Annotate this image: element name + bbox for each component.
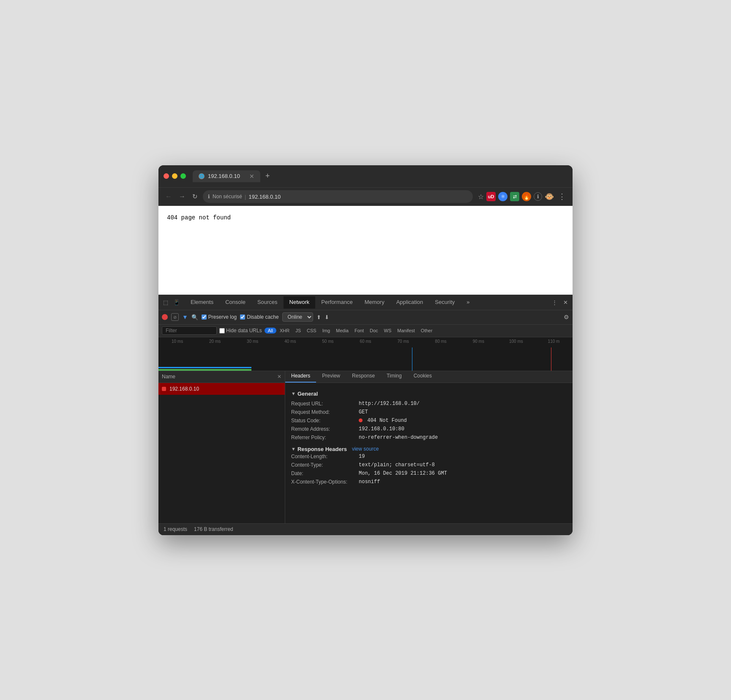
filter-type-doc[interactable]: Doc	[367, 328, 381, 334]
remote-address-value: 192.168.0.10:80	[359, 426, 404, 432]
view-source-link[interactable]: view source	[352, 446, 379, 452]
detail-tab-timing[interactable]: Timing	[381, 371, 408, 383]
request-method-row: Request Method: GET	[291, 408, 567, 416]
close-panel-button[interactable]: ✕	[277, 374, 281, 380]
table-row[interactable]: 192.168.0.10	[158, 383, 285, 395]
bookmark-icon[interactable]: ☆	[478, 193, 484, 201]
extension-info[interactable]: ℹ	[534, 192, 542, 201]
stop-button[interactable]: ⊘	[171, 313, 179, 321]
requests-list: Name ✕ 192.168.0.10	[158, 371, 285, 523]
minimize-button[interactable]	[172, 173, 177, 179]
forward-button[interactable]: →	[177, 191, 187, 202]
referrer-policy-key: Referrer Policy:	[291, 435, 359, 440]
search-icon[interactable]: 🔍	[191, 314, 198, 320]
network-toolbar: ⊘ ▼ 🔍 Preserve log Disable cache Online …	[158, 310, 573, 325]
tab-title: 192.168.0.10	[208, 173, 240, 179]
detail-tab-response[interactable]: Response	[346, 371, 381, 383]
x-content-type-value: nosniff	[359, 479, 380, 485]
devtools-more-icon[interactable]: ⋮	[550, 298, 559, 307]
preserve-log-label[interactable]: Preserve log	[202, 314, 237, 320]
network-settings-icon[interactable]: ⚙	[564, 314, 569, 320]
tab-more[interactable]: »	[461, 296, 475, 309]
timeline-blue-bar	[158, 367, 251, 368]
date-value: Mon, 16 Dec 2019 21:12:36 GMT	[359, 470, 447, 476]
date-key: Date:	[291, 470, 359, 476]
close-button[interactable]	[164, 173, 169, 179]
tab-close-button[interactable]: ✕	[249, 173, 254, 180]
filter-type-img[interactable]: Img	[320, 328, 333, 334]
filter-type-other[interactable]: Other	[418, 328, 435, 334]
remote-address-key: Remote Address:	[291, 426, 359, 432]
detail-tab-cookies[interactable]: Cookies	[408, 371, 438, 383]
browser-more-button[interactable]: ⋮	[556, 192, 567, 201]
devtools-panel: ⬚ 📱 Elements Console Sources Network Per…	[158, 295, 573, 535]
page-404-text: 404 page not found	[167, 214, 231, 221]
detail-tab-preview[interactable]: Preview	[316, 371, 346, 383]
device-toolbar-icon[interactable]: 📱	[172, 298, 181, 307]
record-button[interactable]	[162, 314, 168, 320]
tab-application[interactable]: Application	[390, 296, 429, 309]
timeline-blue-line	[412, 347, 412, 371]
filter-icon[interactable]: ▼	[182, 314, 188, 320]
tab-memory[interactable]: Memory	[359, 296, 390, 309]
filter-type-js[interactable]: JS	[293, 328, 303, 334]
tab-sources[interactable]: Sources	[251, 296, 284, 309]
filter-type-css[interactable]: CSS	[304, 328, 319, 334]
requests-header: Name ✕	[158, 371, 285, 383]
extension-monkey[interactable]: 🐵	[545, 192, 554, 201]
filter-type-font[interactable]: Font	[352, 328, 366, 334]
tl-110: 110 m	[535, 339, 573, 344]
tl-20: 20 ms	[196, 339, 234, 344]
devtools-close-icon[interactable]: ✕	[561, 298, 570, 307]
tab-console[interactable]: Console	[219, 296, 251, 309]
tab-security[interactable]: Security	[429, 296, 461, 309]
response-headers-section-header[interactable]: ▼ Response Headers	[291, 446, 347, 452]
general-section-header[interactable]: ▼ General	[291, 391, 567, 397]
download-icon[interactable]: ⬇	[325, 314, 329, 320]
traffic-lights	[164, 173, 186, 179]
filter-type-xhr[interactable]: XHR	[277, 328, 292, 334]
hide-data-urls-checkbox[interactable]	[219, 328, 225, 334]
throttle-select[interactable]: Online	[282, 312, 313, 322]
fullscreen-button[interactable]	[180, 173, 186, 179]
request-url-row: Request URL: http://192.168.0.10/	[291, 399, 567, 408]
timeline-graph	[158, 347, 573, 371]
reload-button[interactable]: ↻	[191, 191, 199, 202]
tl-10: 10 ms	[158, 339, 196, 344]
extension-ublock[interactable]: uD	[486, 192, 496, 201]
filter-type-bar: All XHR JS CSS Img Media Font Doc WS Man…	[265, 328, 435, 334]
devtools-tab-bar: ⬚ 📱 Elements Console Sources Network Per…	[158, 295, 573, 310]
tl-80: 80 ms	[422, 339, 460, 344]
filter-type-media[interactable]: Media	[333, 328, 351, 334]
active-tab[interactable]: 🌐 192.168.0.10 ✕	[193, 170, 260, 182]
disable-cache-checkbox[interactable]	[240, 314, 245, 320]
detail-tab-headers[interactable]: Headers	[285, 371, 316, 383]
request-url-key: Request URL:	[291, 401, 359, 407]
url-bar[interactable]: ℹ Non sécurisé | 192.168.0.10	[203, 190, 473, 203]
request-url-value: http://192.168.0.10/	[359, 401, 420, 407]
hide-data-urls-label[interactable]: Hide data URLs	[219, 328, 262, 334]
main-panel: Name ✕ 192.168.0.10 Headers Preview	[158, 371, 573, 523]
url-address: 192.168.0.10	[248, 194, 281, 200]
requests-count: 1 requests	[164, 526, 187, 532]
extension-react[interactable]: ⚛	[498, 192, 507, 201]
title-bar: 🌐 192.168.0.10 ✕ +	[158, 165, 573, 187]
preserve-log-checkbox[interactable]	[202, 314, 207, 320]
upload-icon[interactable]: ⬆	[316, 314, 321, 320]
back-button[interactable]: ←	[164, 191, 174, 202]
tab-network[interactable]: Network	[284, 296, 316, 309]
tab-elements[interactable]: Elements	[185, 296, 219, 309]
disable-cache-label[interactable]: Disable cache	[240, 314, 278, 320]
extension-redux[interactable]: ⇄	[510, 192, 519, 201]
filter-type-all[interactable]: All	[265, 328, 276, 334]
extension-fireshot[interactable]: 🔥	[522, 192, 531, 201]
filter-input[interactable]	[162, 326, 217, 335]
filter-type-ws[interactable]: WS	[382, 328, 394, 334]
tab-bar: 🌐 192.168.0.10 ✕ +	[193, 170, 567, 182]
filter-type-manifest[interactable]: Manifest	[395, 328, 417, 334]
timeline-red-line	[551, 347, 551, 371]
timeline-bar: 10 ms 20 ms 30 ms 40 ms 50 ms 60 ms 70 m…	[158, 337, 573, 371]
tab-performance[interactable]: Performance	[315, 296, 358, 309]
new-tab-button[interactable]: +	[262, 170, 273, 182]
inspect-element-icon[interactable]: ⬚	[161, 298, 170, 307]
